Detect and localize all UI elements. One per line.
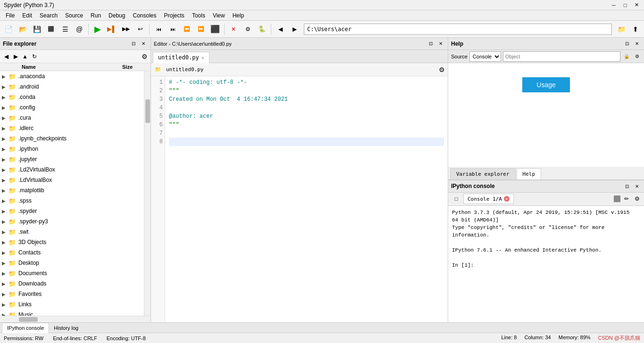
debug-step-out-button[interactable]: ⏪: [180, 23, 193, 36]
browse-path-button[interactable]: 📁: [615, 23, 628, 36]
console-undock-button[interactable]: ⊡: [623, 182, 631, 190]
debug-step-over-button[interactable]: ⏭: [166, 23, 179, 36]
scrollbar-thumb-h[interactable]: [19, 317, 38, 322]
arrow-icon: ▶: [2, 219, 8, 224]
help-close-button[interactable]: ✕: [633, 40, 641, 48]
editor-settings-button[interactable]: ⚙: [437, 65, 446, 74]
console-edit-button[interactable]: ✏: [622, 195, 631, 203]
list-item[interactable]: ▶📁.spyder-py3: [0, 216, 144, 227]
menu-tools[interactable]: Tools: [188, 10, 209, 21]
menu-search[interactable]: Search: [36, 10, 61, 21]
console-output-area[interactable]: Python 3.7.3 (default, Apr 24 2019, 15:2…: [448, 206, 644, 323]
new-file-button[interactable]: 📄: [2, 23, 15, 36]
stop-button[interactable]: ⬛: [209, 23, 222, 36]
help-settings-button[interactable]: ⚙: [633, 52, 641, 61]
editor-tab-untitled0[interactable]: untitled0.py ✕: [153, 52, 209, 63]
help-source-select[interactable]: Console Editor: [469, 51, 501, 62]
open-file-button[interactable]: 📂: [16, 23, 29, 36]
debug-continue-button[interactable]: ⏩: [194, 23, 208, 36]
scrollbar-thumb-v[interactable]: [145, 99, 150, 123]
list-item[interactable]: ▶📁Downloads: [0, 278, 144, 289]
bottom-tab-console[interactable]: IPython console: [2, 323, 49, 333]
file-explorer-scrollbar-v[interactable]: [144, 71, 151, 316]
list-item[interactable]: ▶📁Contacts: [0, 247, 144, 258]
list-item[interactable]: ▶📁.LdVirtualBox: [0, 175, 144, 185]
list-item[interactable]: ▶📁.swt: [0, 227, 144, 237]
undock-button[interactable]: ⊡: [129, 40, 138, 48]
close-button[interactable]: ✕: [633, 1, 640, 9]
help-object-input[interactable]: [503, 51, 620, 62]
bottom-tab-history[interactable]: History log: [49, 323, 83, 333]
list-item[interactable]: ▶📁Links: [0, 299, 144, 310]
editor-undock-button[interactable]: ⊡: [427, 40, 435, 48]
console-settings-button[interactable]: ⚙: [633, 195, 641, 203]
usage-button[interactable]: Usage: [522, 77, 569, 92]
console-tab-close-icon[interactable]: ✕: [504, 196, 510, 202]
menu-debug[interactable]: Debug: [105, 10, 129, 21]
save-file-button[interactable]: 💾: [30, 23, 43, 36]
menu-help[interactable]: Help: [229, 10, 248, 21]
menu-run[interactable]: Run: [87, 10, 105, 21]
list-item[interactable]: ▶📁.spss: [0, 196, 144, 206]
profiler-button[interactable]: ⚙: [241, 23, 254, 36]
menu-consoles[interactable]: Consoles: [129, 10, 160, 21]
run-cell-advance-button[interactable]: ▶▶: [119, 23, 133, 36]
list-item[interactable]: ▶📁.spyder: [0, 206, 144, 216]
help-lock-button[interactable]: 🔒: [622, 52, 631, 61]
help-undock-button[interactable]: ⊡: [623, 40, 631, 48]
fe-forward-button[interactable]: ▶: [11, 52, 20, 61]
fe-refresh-button[interactable]: ↻: [30, 52, 39, 61]
menu-source[interactable]: Source: [61, 10, 87, 21]
browse-tabs-button[interactable]: ☰: [59, 23, 72, 36]
list-item[interactable]: ▶📁.android: [0, 82, 144, 92]
minimize-button[interactable]: ─: [610, 1, 618, 9]
list-item[interactable]: ▶📁.config: [0, 102, 144, 113]
editor-code-area[interactable]: 1 2 3 4 5 6 7 8 # -*- coding: utf-8 -*- …: [151, 76, 448, 322]
code-content[interactable]: # -*- coding: utf-8 -*- """ Created on M…: [165, 76, 448, 322]
close-panel-button[interactable]: ✕: [139, 40, 148, 48]
menu-view[interactable]: View: [209, 10, 229, 21]
list-item[interactable]: ▶📁.cura: [0, 113, 144, 123]
editor-close-button[interactable]: ✕: [436, 40, 445, 48]
fe-up-button[interactable]: ▲: [21, 52, 29, 61]
debug-step-in-button[interactable]: ⏮: [152, 23, 165, 36]
menu-edit[interactable]: Edit: [18, 10, 36, 21]
list-item[interactable]: ▶📁Music: [0, 310, 144, 316]
list-item[interactable]: ▶📁.ipython: [0, 144, 144, 154]
console-new-button[interactable]: □: [451, 194, 461, 204]
email-button[interactable]: @: [73, 23, 86, 36]
list-item[interactable]: ▶📁.anaconda: [0, 71, 144, 82]
snake-button[interactable]: 🐍: [255, 23, 268, 36]
list-item[interactable]: ▶📁.matplotlib: [0, 185, 144, 196]
console-tab-1[interactable]: Console 1/A ✕: [463, 194, 514, 204]
list-item[interactable]: ▶📁.ipynb_checkpoints: [0, 133, 144, 144]
debug-stop-button[interactable]: ✕: [227, 23, 240, 36]
list-item[interactable]: ▶📁Favorites: [0, 289, 144, 299]
console-close-button[interactable]: ✕: [633, 182, 641, 190]
console-stop-button[interactable]: [614, 196, 620, 202]
list-item[interactable]: ▶📁Documents: [0, 268, 144, 278]
list-item[interactable]: ▶📁.idlerc: [0, 123, 144, 133]
fe-back-button[interactable]: ◀: [2, 52, 10, 61]
fe-settings-button[interactable]: ⚙: [140, 52, 149, 61]
menu-projects[interactable]: Projects: [160, 10, 188, 21]
list-item[interactable]: ▶📁3D Objects: [0, 237, 144, 247]
list-item[interactable]: ▶📁Desktop: [0, 258, 144, 268]
run-cell-button[interactable]: ▶▌: [105, 23, 118, 36]
maximize-button[interactable]: □: [621, 1, 629, 9]
file-explorer-scrollbar-h[interactable]: [0, 316, 151, 322]
back-button[interactable]: ◀: [274, 23, 287, 36]
menu-file[interactable]: File: [2, 10, 18, 21]
tab-variable-explorer[interactable]: Variable explorer: [450, 168, 516, 180]
save-all-button[interactable]: ⬛: [44, 23, 58, 36]
path-input[interactable]: [304, 24, 612, 35]
list-item[interactable]: ▶📁.jupyter: [0, 154, 144, 164]
forward-button[interactable]: ▶: [288, 23, 301, 36]
tab-close-icon[interactable]: ✕: [201, 55, 204, 60]
run-button[interactable]: ▶: [91, 23, 104, 36]
re-run-button[interactable]: ↩: [134, 23, 147, 36]
tab-help[interactable]: Help: [517, 168, 542, 180]
path-up-button[interactable]: ⬆: [629, 23, 642, 36]
list-item[interactable]: ▶📁.conda: [0, 92, 144, 102]
list-item[interactable]: ▶📁.Ld2VirtualBox: [0, 164, 144, 175]
